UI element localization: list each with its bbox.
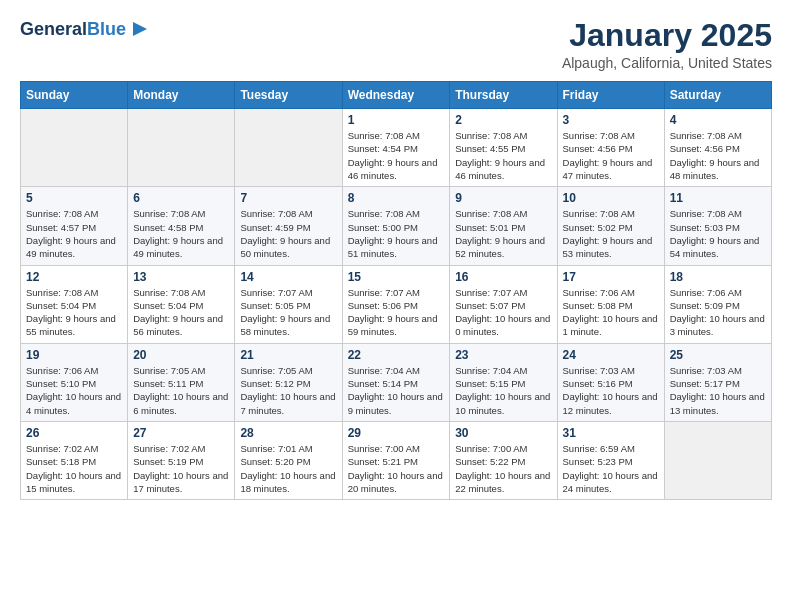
day-number: 16 bbox=[455, 270, 551, 284]
day-info: Sunrise: 7:08 AM Sunset: 5:03 PM Dayligh… bbox=[670, 207, 766, 260]
day-number: 4 bbox=[670, 113, 766, 127]
day-info: Sunrise: 7:08 AM Sunset: 5:01 PM Dayligh… bbox=[455, 207, 551, 260]
logo: GeneralBlue bbox=[20, 18, 149, 42]
calendar-cell: 3Sunrise: 7:08 AM Sunset: 4:56 PM Daylig… bbox=[557, 109, 664, 187]
calendar-cell: 7Sunrise: 7:08 AM Sunset: 4:59 PM Daylig… bbox=[235, 187, 342, 265]
calendar-cell: 6Sunrise: 7:08 AM Sunset: 4:58 PM Daylig… bbox=[128, 187, 235, 265]
day-info: Sunrise: 7:07 AM Sunset: 5:06 PM Dayligh… bbox=[348, 286, 445, 339]
day-number: 3 bbox=[563, 113, 659, 127]
day-number: 24 bbox=[563, 348, 659, 362]
weekday-header-thursday: Thursday bbox=[450, 82, 557, 109]
day-number: 31 bbox=[563, 426, 659, 440]
day-info: Sunrise: 7:08 AM Sunset: 4:58 PM Dayligh… bbox=[133, 207, 229, 260]
day-info: Sunrise: 7:03 AM Sunset: 5:17 PM Dayligh… bbox=[670, 364, 766, 417]
day-number: 25 bbox=[670, 348, 766, 362]
day-info: Sunrise: 7:08 AM Sunset: 5:00 PM Dayligh… bbox=[348, 207, 445, 260]
day-number: 9 bbox=[455, 191, 551, 205]
day-number: 18 bbox=[670, 270, 766, 284]
calendar-cell: 16Sunrise: 7:07 AM Sunset: 5:07 PM Dayli… bbox=[450, 265, 557, 343]
calendar-cell: 12Sunrise: 7:08 AM Sunset: 5:04 PM Dayli… bbox=[21, 265, 128, 343]
week-row-5: 26Sunrise: 7:02 AM Sunset: 5:18 PM Dayli… bbox=[21, 421, 772, 499]
calendar-cell: 15Sunrise: 7:07 AM Sunset: 5:06 PM Dayli… bbox=[342, 265, 450, 343]
week-row-1: 1Sunrise: 7:08 AM Sunset: 4:54 PM Daylig… bbox=[21, 109, 772, 187]
day-number: 20 bbox=[133, 348, 229, 362]
week-row-3: 12Sunrise: 7:08 AM Sunset: 5:04 PM Dayli… bbox=[21, 265, 772, 343]
day-info: Sunrise: 7:00 AM Sunset: 5:22 PM Dayligh… bbox=[455, 442, 551, 495]
calendar-cell: 29Sunrise: 7:00 AM Sunset: 5:21 PM Dayli… bbox=[342, 421, 450, 499]
calendar-cell: 11Sunrise: 7:08 AM Sunset: 5:03 PM Dayli… bbox=[664, 187, 771, 265]
day-number: 14 bbox=[240, 270, 336, 284]
day-number: 13 bbox=[133, 270, 229, 284]
day-info: Sunrise: 6:59 AM Sunset: 5:23 PM Dayligh… bbox=[563, 442, 659, 495]
calendar-cell bbox=[21, 109, 128, 187]
day-info: Sunrise: 7:08 AM Sunset: 4:56 PM Dayligh… bbox=[670, 129, 766, 182]
calendar-cell: 2Sunrise: 7:08 AM Sunset: 4:55 PM Daylig… bbox=[450, 109, 557, 187]
weekday-header-wednesday: Wednesday bbox=[342, 82, 450, 109]
day-info: Sunrise: 7:08 AM Sunset: 4:57 PM Dayligh… bbox=[26, 207, 122, 260]
calendar-cell: 9Sunrise: 7:08 AM Sunset: 5:01 PM Daylig… bbox=[450, 187, 557, 265]
logo-text-block: GeneralBlue bbox=[20, 18, 149, 42]
calendar-cell: 4Sunrise: 7:08 AM Sunset: 4:56 PM Daylig… bbox=[664, 109, 771, 187]
weekday-header-friday: Friday bbox=[557, 82, 664, 109]
calendar-cell: 18Sunrise: 7:06 AM Sunset: 5:09 PM Dayli… bbox=[664, 265, 771, 343]
calendar-cell: 24Sunrise: 7:03 AM Sunset: 5:16 PM Dayli… bbox=[557, 343, 664, 421]
day-number: 30 bbox=[455, 426, 551, 440]
calendar-cell: 13Sunrise: 7:08 AM Sunset: 5:04 PM Dayli… bbox=[128, 265, 235, 343]
calendar-cell bbox=[128, 109, 235, 187]
week-row-2: 5Sunrise: 7:08 AM Sunset: 4:57 PM Daylig… bbox=[21, 187, 772, 265]
month-title: January 2025 bbox=[562, 18, 772, 53]
day-info: Sunrise: 7:00 AM Sunset: 5:21 PM Dayligh… bbox=[348, 442, 445, 495]
calendar-cell: 28Sunrise: 7:01 AM Sunset: 5:20 PM Dayli… bbox=[235, 421, 342, 499]
day-info: Sunrise: 7:06 AM Sunset: 5:10 PM Dayligh… bbox=[26, 364, 122, 417]
day-number: 2 bbox=[455, 113, 551, 127]
calendar-cell: 22Sunrise: 7:04 AM Sunset: 5:14 PM Dayli… bbox=[342, 343, 450, 421]
calendar-table: SundayMondayTuesdayWednesdayThursdayFrid… bbox=[20, 81, 772, 500]
calendar-cell: 27Sunrise: 7:02 AM Sunset: 5:19 PM Dayli… bbox=[128, 421, 235, 499]
day-info: Sunrise: 7:08 AM Sunset: 5:02 PM Dayligh… bbox=[563, 207, 659, 260]
weekday-header-sunday: Sunday bbox=[21, 82, 128, 109]
logo-arrow-icon bbox=[131, 20, 149, 38]
day-info: Sunrise: 7:05 AM Sunset: 5:11 PM Dayligh… bbox=[133, 364, 229, 417]
day-number: 27 bbox=[133, 426, 229, 440]
logo-name: GeneralBlue bbox=[20, 20, 126, 40]
svg-marker-0 bbox=[133, 22, 147, 36]
day-number: 26 bbox=[26, 426, 122, 440]
day-info: Sunrise: 7:04 AM Sunset: 5:14 PM Dayligh… bbox=[348, 364, 445, 417]
day-info: Sunrise: 7:06 AM Sunset: 5:08 PM Dayligh… bbox=[563, 286, 659, 339]
day-number: 7 bbox=[240, 191, 336, 205]
day-number: 29 bbox=[348, 426, 445, 440]
day-number: 15 bbox=[348, 270, 445, 284]
week-row-4: 19Sunrise: 7:06 AM Sunset: 5:10 PM Dayli… bbox=[21, 343, 772, 421]
day-info: Sunrise: 7:07 AM Sunset: 5:07 PM Dayligh… bbox=[455, 286, 551, 339]
day-info: Sunrise: 7:08 AM Sunset: 5:04 PM Dayligh… bbox=[26, 286, 122, 339]
title-area: January 2025 Alpaugh, California, United… bbox=[562, 18, 772, 71]
calendar-cell bbox=[664, 421, 771, 499]
day-info: Sunrise: 7:02 AM Sunset: 5:18 PM Dayligh… bbox=[26, 442, 122, 495]
calendar-cell: 10Sunrise: 7:08 AM Sunset: 5:02 PM Dayli… bbox=[557, 187, 664, 265]
day-number: 8 bbox=[348, 191, 445, 205]
calendar-cell: 20Sunrise: 7:05 AM Sunset: 5:11 PM Dayli… bbox=[128, 343, 235, 421]
day-info: Sunrise: 7:07 AM Sunset: 5:05 PM Dayligh… bbox=[240, 286, 336, 339]
day-number: 6 bbox=[133, 191, 229, 205]
calendar-cell: 25Sunrise: 7:03 AM Sunset: 5:17 PM Dayli… bbox=[664, 343, 771, 421]
day-number: 22 bbox=[348, 348, 445, 362]
calendar-cell: 26Sunrise: 7:02 AM Sunset: 5:18 PM Dayli… bbox=[21, 421, 128, 499]
calendar-cell: 23Sunrise: 7:04 AM Sunset: 5:15 PM Dayli… bbox=[450, 343, 557, 421]
calendar-cell: 8Sunrise: 7:08 AM Sunset: 5:00 PM Daylig… bbox=[342, 187, 450, 265]
day-number: 10 bbox=[563, 191, 659, 205]
day-info: Sunrise: 7:08 AM Sunset: 4:54 PM Dayligh… bbox=[348, 129, 445, 182]
weekday-header-monday: Monday bbox=[128, 82, 235, 109]
weekday-header-row: SundayMondayTuesdayWednesdayThursdayFrid… bbox=[21, 82, 772, 109]
day-info: Sunrise: 7:08 AM Sunset: 4:55 PM Dayligh… bbox=[455, 129, 551, 182]
calendar-cell: 17Sunrise: 7:06 AM Sunset: 5:08 PM Dayli… bbox=[557, 265, 664, 343]
day-info: Sunrise: 7:06 AM Sunset: 5:09 PM Dayligh… bbox=[670, 286, 766, 339]
calendar-cell: 5Sunrise: 7:08 AM Sunset: 4:57 PM Daylig… bbox=[21, 187, 128, 265]
calendar-cell: 14Sunrise: 7:07 AM Sunset: 5:05 PM Dayli… bbox=[235, 265, 342, 343]
day-number: 17 bbox=[563, 270, 659, 284]
day-number: 21 bbox=[240, 348, 336, 362]
day-info: Sunrise: 7:08 AM Sunset: 5:04 PM Dayligh… bbox=[133, 286, 229, 339]
calendar-cell: 19Sunrise: 7:06 AM Sunset: 5:10 PM Dayli… bbox=[21, 343, 128, 421]
location-subtitle: Alpaugh, California, United States bbox=[562, 55, 772, 71]
day-number: 11 bbox=[670, 191, 766, 205]
day-number: 12 bbox=[26, 270, 122, 284]
